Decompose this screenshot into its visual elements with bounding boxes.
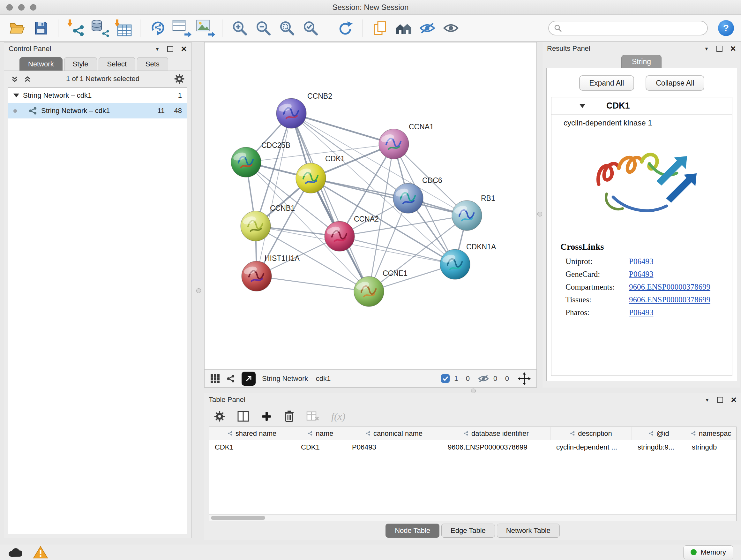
cloud-status-button[interactable] — [8, 547, 22, 557]
window-minimize-button[interactable] — [18, 4, 24, 10]
tab-style[interactable]: Style — [64, 57, 97, 71]
tab-edge-table[interactable]: Edge Table — [441, 523, 495, 538]
column-header[interactable]: namespac — [686, 427, 736, 440]
column-header[interactable]: description — [550, 427, 632, 440]
export-image-button[interactable] — [195, 18, 215, 38]
tab-network-table[interactable]: Network Table — [497, 523, 560, 538]
panel-menu-icon[interactable]: ▼ — [705, 397, 710, 402]
network-node-cdc6[interactable] — [393, 183, 423, 213]
panel-float-icon[interactable] — [167, 46, 173, 52]
panel-close-icon[interactable]: × — [731, 396, 737, 403]
panel-float-icon[interactable] — [717, 46, 723, 52]
tab-sets[interactable]: Sets — [137, 57, 168, 71]
panel-menu-icon[interactable]: ▼ — [155, 47, 160, 51]
window-close-button[interactable] — [6, 4, 13, 10]
splitter-handle-left[interactable] — [196, 288, 201, 293]
crosslink-link[interactable]: P06493 — [629, 270, 653, 278]
network-node-ccne1[interactable] — [354, 276, 384, 307]
splitter-handle-right[interactable] — [537, 212, 542, 216]
zoom-fit-button[interactable] — [277, 18, 297, 38]
import-network-from-database-button[interactable] — [89, 18, 110, 38]
table-settings-gear-icon[interactable] — [214, 411, 225, 422]
search-input[interactable] — [565, 24, 702, 32]
gene-collapse-icon[interactable] — [580, 104, 585, 108]
network-type-icon[interactable] — [226, 374, 235, 383]
apply-preferred-layout-button[interactable] — [335, 18, 355, 38]
tab-select[interactable]: Select — [98, 57, 135, 71]
zoom-selected-button[interactable] — [300, 18, 321, 38]
crosslink-link[interactable]: 9606.ENSP00000378699 — [629, 283, 711, 291]
zoom-in-button[interactable] — [229, 18, 250, 38]
collection-expand-icon[interactable] — [13, 94, 19, 98]
crosslink-link[interactable]: P06493 — [629, 257, 653, 266]
column-header[interactable]: database identifier — [442, 427, 550, 440]
horizontal-scrollbar[interactable] — [209, 514, 736, 521]
hide-selected-button[interactable] — [417, 18, 437, 38]
copy-button[interactable] — [370, 18, 390, 38]
scrollbar-thumb[interactable] — [211, 516, 265, 520]
crosslink-link[interactable]: P06493 — [629, 308, 653, 317]
panel-close-icon[interactable]: × — [730, 45, 736, 52]
column-header[interactable]: @id — [632, 427, 686, 440]
zoom-out-button[interactable] — [253, 18, 273, 38]
show-all-button[interactable] — [441, 18, 461, 38]
crosslink-link[interactable]: 9606.ENSP00000378699 — [629, 295, 711, 304]
network-canvas[interactable]: CCNB2CCNA1CDC25BCDK1CDC6RB1CCNB1CCNA2CDK… — [205, 43, 536, 369]
network-node-ccna1[interactable] — [379, 129, 409, 159]
network-node-hist1h1a[interactable] — [242, 261, 272, 291]
gene-section-header[interactable]: CDK1 — [551, 98, 732, 115]
new-network-from-selection-button[interactable] — [147, 18, 168, 38]
network-edge[interactable] — [291, 113, 467, 215]
home-button[interactable] — [394, 18, 414, 38]
show-columns-icon[interactable] — [238, 411, 249, 422]
window-zoom-button[interactable] — [30, 4, 37, 10]
expand-all-icon[interactable] — [23, 75, 31, 83]
network-options-gear-icon[interactable] — [174, 73, 185, 84]
selected-checkbox[interactable] — [441, 374, 450, 383]
collection-count: 1 — [165, 91, 182, 100]
panel-menu-icon[interactable]: ▼ — [704, 46, 709, 51]
warnings-button[interactable] — [33, 546, 48, 559]
collapse-all-icon[interactable] — [10, 75, 19, 83]
import-table-from-file-button[interactable] — [113, 18, 133, 38]
column-header[interactable]: canonical name — [346, 427, 442, 440]
network-edge[interactable] — [257, 113, 291, 276]
splitter-handle-bottom[interactable] — [471, 388, 476, 393]
collapse-all-button[interactable]: Collapse All — [646, 75, 704, 91]
add-column-icon[interactable] — [261, 411, 272, 422]
network-node-ccna2[interactable] — [325, 221, 354, 251]
network-edge[interactable] — [291, 113, 394, 144]
tab-node-table[interactable]: Node Table — [386, 523, 440, 538]
network-node-cdk1[interactable] — [296, 163, 326, 193]
column-header[interactable]: shared name — [209, 427, 295, 440]
network-view: CCNB2CCNA1CDC25BCDK1CDC6RB1CCNB1CCNA2CDK… — [204, 42, 537, 388]
pan-crosshair-icon[interactable] — [518, 372, 531, 385]
save-session-button[interactable] — [30, 18, 51, 38]
expand-all-button[interactable]: Expand All — [579, 75, 634, 91]
network-edge[interactable] — [291, 113, 369, 292]
open-in-new-window-button[interactable] — [242, 372, 256, 386]
network-node-cdc25b[interactable] — [231, 147, 261, 177]
tab-network[interactable]: Network — [19, 57, 63, 71]
delete-column-trash-icon[interactable] — [284, 410, 294, 422]
table-toolbar: f(x) — [204, 406, 741, 427]
table-row[interactable]: CDK1 CDK1 P06493 9606.ENSP00000378699 cy… — [209, 440, 736, 454]
network-node-ccnb2[interactable] — [276, 98, 307, 128]
column-header[interactable]: name — [295, 427, 346, 440]
tab-string[interactable]: String — [621, 55, 662, 68]
memory-button[interactable]: Memory — [683, 545, 733, 559]
panel-close-icon[interactable]: × — [181, 45, 187, 53]
memory-label: Memory — [701, 548, 726, 557]
panel-float-icon[interactable] — [717, 397, 723, 403]
open-session-button[interactable] — [7, 18, 27, 38]
network-collection-row[interactable]: String Network – cdk1 1 — [8, 88, 187, 103]
network-node-ccnb1[interactable] — [241, 211, 271, 241]
network-row[interactable]: String Network – cdk1 11 48 — [8, 103, 187, 118]
birdseye-grid-icon[interactable] — [210, 374, 220, 383]
network-node-rb1[interactable] — [452, 200, 482, 231]
help-button[interactable]: ? — [718, 20, 734, 36]
network-edge[interactable] — [257, 276, 369, 292]
export-network-button[interactable] — [171, 18, 192, 38]
import-network-from-file-button[interactable] — [65, 18, 86, 38]
network-node-cdkn1a[interactable] — [440, 249, 470, 279]
